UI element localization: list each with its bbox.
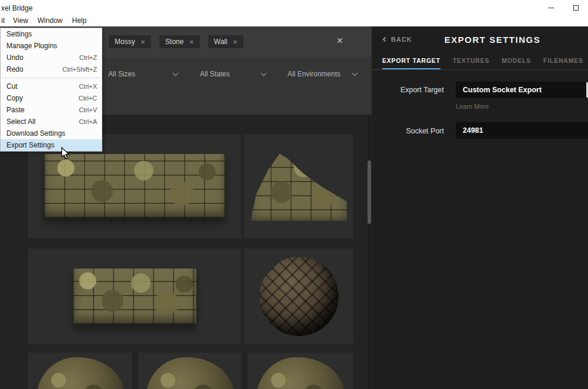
scrollbar-track (368, 115, 371, 389)
asset-card[interactable] (244, 249, 353, 344)
tab-bar: EXPORT TARGET TEXTURES MODELS FILENAMES (382, 57, 583, 69)
tab-export-target[interactable]: EXPORT TARGET (382, 57, 440, 69)
window-title: xel Bridge (1, 4, 32, 12)
asset-thumb-mossy-rock (256, 357, 345, 389)
menu-item-cut[interactable]: Cut Ctrl+X (1, 81, 102, 92)
menu-item-redo[interactable]: Redo Ctrl+Shift+Z (1, 63, 102, 75)
socket-port-input[interactable] (456, 122, 588, 139)
page-title: EXPORT SETTINGS (397, 35, 588, 45)
menu-window[interactable]: Window (33, 15, 68, 26)
export-settings-panel: BACK EXPORT SETTINGS EXPORT TARGET TEXTU… (372, 26, 588, 389)
chevron-left-icon (383, 37, 387, 42)
maximize-icon (573, 5, 579, 11)
dropdown-label: All Sizes (108, 70, 135, 78)
menu-item-export-settings[interactable]: Export Settings (1, 139, 102, 151)
socket-port-label: Socket Port (372, 127, 444, 135)
dropdown-label: All Environments (288, 70, 340, 78)
menu-edit[interactable]: it (0, 15, 8, 26)
remove-tag-icon[interactable]: ✕ (189, 39, 193, 45)
chevron-down-icon (173, 70, 179, 76)
titlebar: xel Bridge (0, 0, 588, 15)
asset-thumb-mossy-rock (146, 357, 234, 389)
menu-item-manage-plugins[interactable]: Manage Plugins (1, 40, 102, 52)
maximize-button[interactable] (563, 0, 588, 15)
tab-textures[interactable]: TEXTURES (453, 57, 489, 69)
remove-tag-icon[interactable]: ✕ (141, 39, 145, 45)
dropdown-label: All States (200, 70, 230, 78)
filter-tag-label: Mossy (115, 38, 135, 46)
asset-card[interactable] (248, 353, 353, 389)
asset-card[interactable] (138, 353, 242, 389)
menubar: it View Window Help (0, 15, 588, 26)
minimize-icon (548, 8, 554, 8)
search-tags: Mossy ✕ Stone ✕ Wall ✕ (109, 35, 243, 48)
menu-item-copy[interactable]: Copy Ctrl+C (1, 92, 102, 104)
dropdown-all-states[interactable]: All States (200, 66, 266, 82)
tab-filenames[interactable]: FILENAMES (543, 57, 583, 69)
filter-tag-label: Stone (165, 38, 183, 46)
asset-card[interactable] (244, 134, 353, 238)
asset-grid (0, 115, 372, 389)
asset-card[interactable] (28, 353, 132, 389)
edit-menu-dropdown: Settings Manage Plugins Undo Ctrl+Z Redo… (0, 28, 102, 152)
export-target-label: Export Target (372, 86, 444, 94)
remove-tag-icon[interactable]: ✕ (233, 39, 238, 45)
dropdown-all-sizes[interactable]: All Sizes (108, 66, 178, 82)
chevron-down-icon (261, 70, 267, 76)
asset-thumb-mossy-rock (36, 357, 125, 389)
menu-item-settings[interactable]: Settings (1, 28, 102, 40)
tab-models[interactable]: MODELS (502, 57, 531, 69)
menu-item-download-settings[interactable]: Download Settings (1, 128, 102, 139)
minimize-button[interactable] (539, 0, 563, 15)
scrollbar-thumb[interactable] (368, 160, 371, 224)
divider (372, 69, 588, 70)
asset-thumb-mossy-stone-wall (44, 154, 225, 219)
menu-help[interactable]: Help (67, 15, 91, 26)
menu-item-paste[interactable]: Paste Ctrl+V (1, 104, 102, 116)
menu-item-select-all[interactable]: Select All Ctrl+A (1, 116, 102, 128)
filter-tag-wall[interactable]: Wall ✕ (208, 35, 243, 48)
menu-separator (2, 78, 101, 78)
dropdown-all-environments[interactable]: All Environments (288, 66, 357, 82)
filter-tag-stone[interactable]: Stone ✕ (159, 35, 200, 48)
filter-tag-mossy[interactable]: Mossy ✕ (109, 35, 151, 48)
asset-thumb-mossy-stone-wall-ramp (250, 147, 347, 224)
asset-card[interactable] (28, 249, 241, 344)
window-controls (539, 0, 588, 15)
learn-more-link[interactable]: Learn More (456, 103, 489, 110)
asset-thumb-stone-lattice-sphere (259, 257, 339, 336)
export-target-select[interactable]: Custom Socket Export (456, 82, 588, 98)
menu-view[interactable]: View (8, 15, 33, 26)
menu-item-undo[interactable]: Undo Ctrl+Z (1, 52, 102, 63)
asset-thumb-mossy-stone-wall (73, 269, 196, 324)
filter-tag-label: Wall (214, 38, 228, 46)
chevron-down-icon (352, 70, 358, 76)
export-target-value: Custom Socket Export (463, 86, 542, 94)
clear-search-icon[interactable]: ✕ (336, 36, 343, 45)
